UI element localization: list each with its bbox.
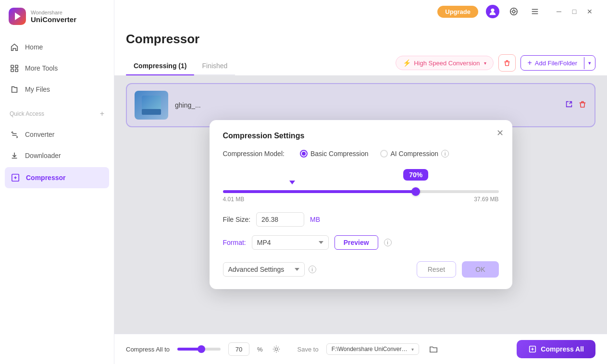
sidebar-item-more-tools[interactable]: More Tools: [0, 58, 114, 79]
home-icon: [10, 42, 19, 52]
svg-point-8: [512, 10, 515, 12]
format-select[interactable]: MP4 MOV AVI MKV: [252, 235, 329, 250]
format-info-icon[interactable]: i: [384, 239, 392, 246]
svg-point-14: [275, 348, 277, 350]
format-label: Format:: [223, 239, 246, 246]
sidebar-item-compressor[interactable]: Compressor: [5, 167, 109, 188]
ok-button[interactable]: OK: [462, 261, 498, 278]
slider-thumb[interactable]: [411, 187, 420, 196]
file-size-input[interactable]: [256, 212, 304, 227]
add-file-button[interactable]: + Add File/Folder ▾: [520, 55, 596, 71]
sidebar-item-converter[interactable]: Converter: [0, 124, 114, 145]
compress-all-to-label: Compress All to: [126, 346, 170, 353]
quick-access-header: Quick Access +: [0, 104, 114, 120]
high-speed-button[interactable]: ⚡ High Speed Conversion ▾: [396, 56, 493, 70]
ai-compression-label: AI Compression: [391, 150, 439, 158]
modal-action-buttons: Reset OK: [417, 261, 499, 278]
svg-rect-1: [11, 65, 13, 68]
basic-compression-label: Basic Compression: [310, 150, 369, 158]
slider-track: [223, 190, 499, 193]
svg-marker-0: [15, 12, 21, 20]
file-area: ghing_...: [114, 75, 607, 334]
my-files-label: My Files: [25, 85, 50, 93]
minimize-button[interactable]: ─: [553, 6, 565, 17]
app-logo: Wondershare UniConverter: [0, 0, 114, 33]
settings-icon-button[interactable]: [271, 343, 282, 355]
downloader-label: Downloader: [25, 152, 61, 159]
add-file-dropdown[interactable]: ▾: [584, 57, 595, 69]
add-file-main[interactable]: + Add File/Folder: [521, 56, 584, 70]
more-tools-icon: [10, 63, 19, 73]
save-path[interactable]: F:\Wondershare UniConverter 16\Com ▾: [326, 343, 419, 355]
advanced-info-icon[interactable]: i: [309, 266, 316, 273]
compressor-label: Compressor: [26, 174, 65, 182]
sidebar-nav: Home More Tools: [0, 33, 114, 104]
sidebar-tools-nav: Converter Downloader C: [0, 120, 114, 193]
bottom-slider-thumb[interactable]: [198, 345, 205, 353]
percent-badge: 70%: [403, 169, 428, 181]
logo-icon: [9, 8, 26, 25]
tabs: Compressing (1) Finished: [126, 58, 235, 75]
preview-button[interactable]: Preview: [334, 235, 378, 250]
maximize-button[interactable]: □: [569, 6, 580, 17]
bottom-bar: Compress All to 70 % Save to F:\Wondersh…: [114, 334, 607, 364]
reset-button[interactable]: Reset: [417, 261, 457, 278]
slider-labels: 4.01 MB 37.69 MB: [223, 196, 499, 203]
tab-compressing[interactable]: Compressing (1): [126, 58, 194, 74]
avatar: [486, 5, 499, 18]
downloader-icon: [10, 151, 19, 160]
basic-compression-radio[interactable]: Basic Compression: [300, 150, 369, 158]
compress-all-label: Compress All: [541, 345, 584, 353]
percent-sign: %: [257, 346, 263, 353]
ai-compression-dot: [380, 150, 388, 158]
compress-all-button[interactable]: Compress All: [517, 340, 595, 358]
ai-info-icon[interactable]: i: [441, 150, 449, 158]
file-size-unit: MB: [310, 216, 320, 223]
save-path-text: F:\Wondershare UniConverter 16\Com: [332, 346, 409, 352]
brand-label: Wondershare: [31, 10, 76, 15]
sidebar-item-home[interactable]: Home: [0, 36, 114, 58]
close-button[interactable]: ✕: [584, 6, 595, 17]
bolt-icon: ⚡: [403, 59, 411, 67]
add-file-label: Add File/Folder: [535, 60, 577, 67]
quick-access-add-icon[interactable]: +: [100, 109, 104, 118]
more-tools-label: More Tools: [25, 64, 58, 72]
page-title: Compressor: [126, 32, 595, 47]
compression-model-row: Compression Model: Basic Compression AI …: [223, 150, 499, 158]
percent-box[interactable]: 70: [228, 342, 249, 356]
tab-finished[interactable]: Finished: [194, 58, 235, 74]
modal-title: Compression Settings: [223, 132, 499, 140]
modal-slider[interactable]: [223, 190, 499, 193]
slider-min-label: 4.01 MB: [223, 196, 245, 203]
file-size-label: File Size:: [223, 216, 251, 223]
title-bar: Upgrade: [114, 0, 607, 23]
svg-rect-3: [11, 69, 13, 72]
sidebar: Wondershare UniConverter Home: [0, 0, 114, 364]
compressor-icon: [11, 173, 20, 182]
folder-button[interactable]: [427, 342, 440, 356]
bottom-slider-track[interactable]: [177, 348, 221, 351]
save-path-dropdown: ▾: [411, 347, 414, 352]
format-row: Format: MP4 MOV AVI MKV Preview i: [223, 235, 499, 250]
ai-compression-radio[interactable]: AI Compression i: [380, 150, 449, 158]
logo-text: Wondershare UniConverter: [31, 10, 76, 24]
support-icon[interactable]: [507, 5, 520, 18]
advanced-settings-select[interactable]: Advanced Settings: [223, 262, 305, 277]
delete-button[interactable]: [498, 54, 516, 72]
high-speed-label: High Speed Conversion: [414, 60, 480, 67]
upgrade-button[interactable]: Upgrade: [437, 6, 478, 18]
sidebar-item-my-files[interactable]: My Files: [0, 79, 114, 100]
slider-max-label: 37.69 MB: [474, 196, 498, 203]
menu-icon[interactable]: [528, 5, 542, 18]
compression-model-label: Compression Model:: [223, 150, 285, 158]
slider-fill: [223, 190, 416, 193]
modal-close-button[interactable]: ✕: [496, 128, 504, 138]
app-name-label: UniConverter: [31, 15, 76, 24]
bottom-slider-container[interactable]: [177, 348, 221, 351]
tab-actions: ⚡ High Speed Conversion ▾ + Add Fil: [396, 54, 595, 75]
main-content: Upgrade: [114, 0, 607, 364]
svg-rect-4: [15, 69, 18, 72]
quick-access-label: Quick Access: [10, 110, 44, 117]
plus-icon: +: [528, 59, 532, 67]
sidebar-item-downloader[interactable]: Downloader: [0, 145, 114, 166]
